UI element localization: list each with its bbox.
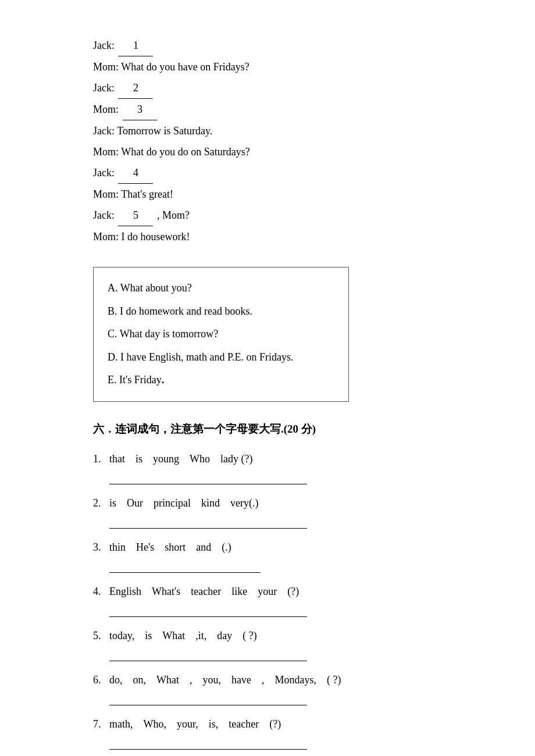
option-a-text: What about you? bbox=[120, 282, 192, 294]
option-d: D. I have English, math and P.E. on Frid… bbox=[108, 346, 334, 369]
ex-2-word-1: is bbox=[109, 493, 116, 513]
dialogue-line-9: Jack: 5 , Mom? bbox=[93, 205, 465, 226]
ex-4-word-6: (?) bbox=[287, 581, 299, 602]
ex-4-word-5: your bbox=[258, 581, 277, 602]
ex-1-word-1: that bbox=[109, 448, 125, 469]
option-e: E. It's Friday. bbox=[108, 369, 334, 392]
exercise-1-row: 1. that is young Who lady (?) bbox=[93, 448, 465, 469]
ex-1-word-4: Who bbox=[190, 448, 210, 469]
speaker-mom-5: Mom: bbox=[93, 231, 122, 243]
ex-1-words: that is young Who lady (?) bbox=[109, 448, 465, 469]
ex-6-num: 6. bbox=[93, 669, 109, 690]
speaker-jack-1: Jack: bbox=[93, 40, 117, 51]
option-b-key: B. bbox=[108, 305, 120, 317]
ex-3-word-3: short bbox=[165, 537, 186, 558]
ex-3-word-1: thin bbox=[109, 537, 126, 558]
ex-6-word-2: on, bbox=[133, 669, 147, 690]
ex-3-answer-line bbox=[109, 560, 261, 573]
exercise-3-row: 3. thin He's short and (.) bbox=[93, 537, 465, 558]
option-c-key: C. bbox=[108, 328, 120, 340]
exercise-2: 2. is Our principal kind very(.) bbox=[93, 493, 465, 529]
jack-line-5-after: , Mom? bbox=[157, 209, 190, 221]
ex-4-word-2: What's bbox=[152, 581, 180, 602]
ex-7-answer-line bbox=[109, 737, 307, 750]
speaker-jack-3: Jack: bbox=[93, 125, 117, 137]
ex-2-word-3: principal bbox=[154, 493, 191, 513]
dialogue-line-4: Mom: 3 bbox=[93, 99, 465, 120]
ex-2-num: 2. bbox=[93, 493, 109, 513]
jack-line-3-text: Tomorrow is Saturday. bbox=[117, 125, 212, 137]
ex-4-num: 4. bbox=[93, 581, 109, 602]
ex-2-words: is Our principal kind very(.) bbox=[109, 493, 465, 513]
ex-1-word-5: lady (?) bbox=[220, 448, 252, 469]
speaker-mom-4: Mom: bbox=[93, 188, 121, 200]
speaker-jack-5: Jack: bbox=[93, 209, 117, 221]
ex-6-word-6: have bbox=[231, 669, 251, 690]
dialogue-section: Jack: 1 Mom: What do you have on Fridays… bbox=[93, 35, 465, 247]
ex-2-word-2: Our bbox=[127, 493, 143, 513]
dialogue-line-3: Jack: 2 bbox=[93, 77, 465, 99]
ex-6-words: do, on, What , you, have , Mondays, ( ?) bbox=[109, 669, 465, 690]
section6: 六．连词成句，注意第一个字母要大写.(20 分) 1. that is youn… bbox=[93, 419, 465, 756]
ex-5-word-1: today, bbox=[109, 625, 134, 646]
exercise-5: 5. today, is What ,it, day ( ?) bbox=[93, 625, 465, 661]
ex-7-word-2: Who, bbox=[144, 714, 167, 734]
exercise-7-row: 7. math, Who, your, is, teacher (?) bbox=[93, 714, 465, 734]
dialogue-line-5: Jack: Tomorrow is Saturday. bbox=[93, 120, 465, 141]
ex-5-word-5: day bbox=[217, 625, 232, 646]
blank-2: 2 bbox=[118, 77, 153, 99]
option-e-bold: . bbox=[162, 374, 165, 386]
ex-1-num: 1. bbox=[93, 448, 109, 469]
ex-4-word-4: like bbox=[231, 581, 247, 602]
exercise-4-row: 4. English What's teacher like your (?) bbox=[93, 581, 465, 602]
ex-5-word-2: is bbox=[145, 625, 152, 646]
ex-1-word-2: is bbox=[135, 448, 142, 469]
mom-line-5-text: I do housework! bbox=[122, 231, 190, 243]
ex-2-word-4: kind bbox=[201, 493, 220, 513]
blank-1: 1 bbox=[118, 35, 153, 56]
ex-4-words: English What's teacher like your (?) bbox=[109, 581, 465, 602]
speaker-jack-2: Jack: bbox=[93, 82, 117, 94]
mom-line-4-text: That's great! bbox=[121, 188, 173, 200]
option-a: A. What about you? bbox=[108, 277, 334, 300]
option-d-key: D. bbox=[108, 351, 120, 363]
exercise-6-row: 6. do, on, What , you, have , Mondays, (… bbox=[93, 669, 465, 690]
ex-3-word-4: and bbox=[196, 537, 211, 558]
ex-3-word-5: (.) bbox=[222, 537, 231, 558]
dialogue-line-6: Mom: What do you do on Saturdays? bbox=[93, 141, 465, 162]
option-e-text: It's Friday. bbox=[119, 374, 164, 386]
ex-7-words: math, Who, your, is, teacher (?) bbox=[109, 714, 465, 734]
ex-6-word-8: Mondays, bbox=[274, 669, 316, 690]
ex-7-num: 7. bbox=[93, 714, 109, 734]
blank-3: 3 bbox=[123, 99, 158, 120]
ex-7-word-5: teacher bbox=[229, 714, 259, 734]
ex-6-answer-line bbox=[109, 693, 307, 705]
blank-4: 4 bbox=[118, 162, 153, 184]
ex-3-words: thin He's short and (.) bbox=[109, 537, 465, 558]
ex-6-word-3: What bbox=[156, 669, 179, 690]
dialogue-line-10: Mom: I do housework! bbox=[93, 226, 465, 247]
ex-7-word-3: your, bbox=[177, 714, 198, 734]
dialogue-line-2: Mom: What do you have on Fridays? bbox=[93, 56, 465, 77]
ex-2-answer-line bbox=[109, 516, 307, 529]
ex-7-word-1: math, bbox=[109, 714, 133, 734]
ex-5-words: today, is What ,it, day ( ?) bbox=[109, 625, 465, 646]
ex-5-word-4: ,it, bbox=[195, 625, 206, 646]
option-b-text: I do homework and read books. bbox=[120, 305, 252, 317]
ex-6-word-9: ( ?) bbox=[327, 669, 341, 690]
ex-4-word-1: English bbox=[109, 581, 141, 602]
mom-line-1-text: What do you have on Fridays? bbox=[121, 61, 249, 73]
ex-1-answer-line bbox=[109, 472, 307, 484]
ex-6-word-5: you, bbox=[202, 669, 221, 690]
speaker-jack-4: Jack: bbox=[93, 167, 117, 179]
mom-line-3-text: What do you do on Saturdays? bbox=[121, 146, 249, 158]
ex-4-word-3: teacher bbox=[191, 581, 221, 602]
options-box: A. What about you? B. I do homework and … bbox=[93, 267, 349, 402]
section6-header: 六．连词成句，注意第一个字母要大写.(20 分) bbox=[93, 419, 465, 439]
exercise-7: 7. math, Who, your, is, teacher (?) bbox=[93, 714, 465, 750]
dialogue-line-1: Jack: 1 bbox=[93, 35, 465, 56]
ex-5-answer-line bbox=[109, 648, 307, 661]
ex-5-word-6: ( ?) bbox=[242, 625, 256, 646]
ex-7-word-6: (?) bbox=[269, 714, 281, 734]
exercise-5-row: 5. today, is What ,it, day ( ?) bbox=[93, 625, 465, 646]
